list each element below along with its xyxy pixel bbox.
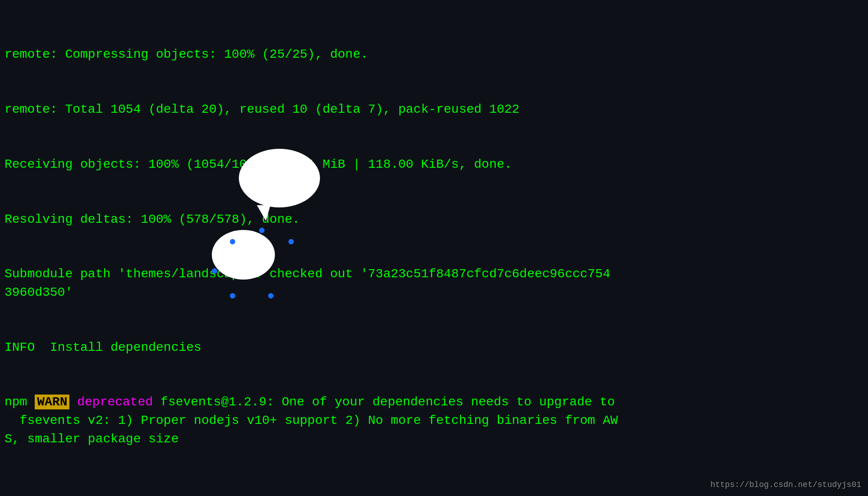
terminal-line: remote: Compressing objects: 100% (25/25… xyxy=(5,46,863,64)
terminal-output: remote: Compressing objects: 100% (25/25… xyxy=(5,9,863,496)
terminal-line-info: INFO Install dependencies xyxy=(5,339,863,357)
info-text: Install dependencies xyxy=(35,340,201,354)
speech-bubble-large xyxy=(239,149,320,207)
control-points xyxy=(207,225,279,298)
control-dot xyxy=(288,239,294,244)
npm-label: npm xyxy=(5,395,35,409)
control-dot xyxy=(212,268,217,274)
terminal-line: remote: Total 1054 (delta 20), reused 10… xyxy=(5,101,863,119)
terminal-line: Receiving objects: 100% (1054/1054), 3.2… xyxy=(5,156,863,174)
warn-badge: WARN xyxy=(35,395,69,409)
info-label: INFO xyxy=(5,340,35,354)
watermark: https://blog.csdn.net/studyjs01 xyxy=(710,480,861,489)
deprecated-label: deprecated xyxy=(69,395,160,409)
terminal-line: Resolving deltas: 100% (578/578), done. xyxy=(5,211,863,229)
control-dot xyxy=(259,228,265,233)
terminal-line-warn: npm WARN deprecated fsevents@1.2.9: One … xyxy=(5,393,863,448)
terminal-line: Submodule path 'themes/landscape': check… xyxy=(5,265,863,302)
control-dot xyxy=(230,239,235,244)
control-dot xyxy=(268,293,274,299)
control-dot xyxy=(230,293,235,299)
terminal-window: remote: Compressing objects: 100% (25/25… xyxy=(0,0,868,496)
